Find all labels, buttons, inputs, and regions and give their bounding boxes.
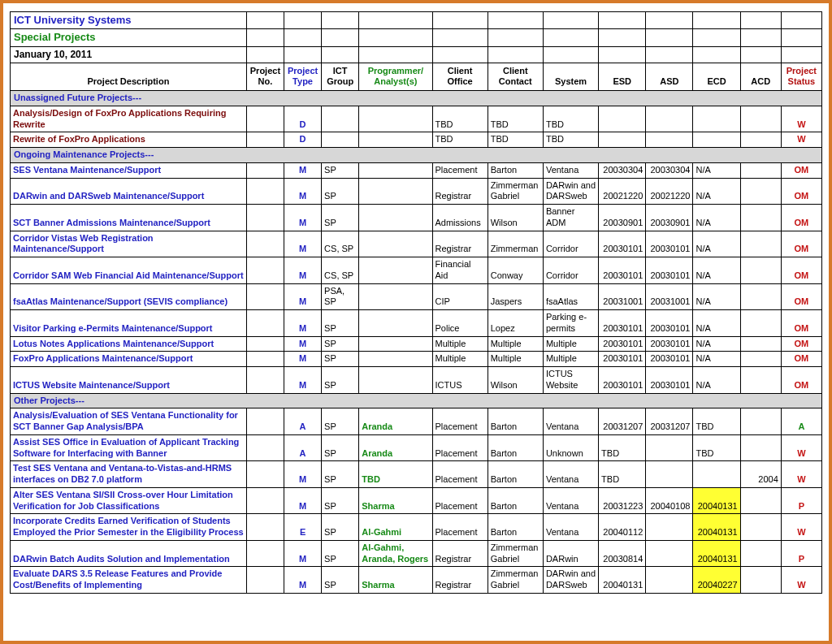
projects-table: ICT University Systems Special Projects … bbox=[10, 11, 822, 594]
cell-esd: 20030304 bbox=[599, 162, 646, 178]
cell-no bbox=[246, 540, 284, 567]
cell-status: OM bbox=[781, 178, 821, 205]
hdr-esd: ESD bbox=[599, 63, 646, 91]
spreadsheet-frame: ICT University Systems Special Projects … bbox=[0, 0, 832, 644]
cell-office: Registrar bbox=[432, 540, 488, 567]
cell-contact: Barton bbox=[488, 434, 543, 461]
table-row: SCT Banner Admissions Maintenance/Suppor… bbox=[11, 205, 822, 231]
cell-prog: Aranda bbox=[359, 408, 432, 435]
cell-group: SP bbox=[322, 352, 359, 367]
cell-status: OM bbox=[781, 336, 821, 352]
cell-ptype: M bbox=[284, 283, 321, 310]
section-row: Other Projects--- bbox=[11, 393, 822, 408]
cell-prog bbox=[359, 132, 432, 148]
cell-ptype: M bbox=[284, 257, 321, 284]
cell-desc: fsaAtlas Maintenance/Support (SEVIS comp… bbox=[11, 283, 247, 310]
hdr-ecd: ECD bbox=[693, 63, 740, 91]
cell-acd bbox=[740, 367, 781, 394]
cell-desc: Alter SES Ventana SI/SII Cross-over Hour… bbox=[11, 487, 247, 514]
hdr-contact: Client Contact bbox=[488, 63, 543, 91]
cell-asd: 20030101 bbox=[646, 257, 693, 284]
cell-prog bbox=[359, 178, 432, 205]
cell-asd: 20030101 bbox=[646, 336, 693, 352]
cell-contact: Multiple bbox=[488, 336, 543, 352]
cell-acd bbox=[740, 487, 781, 514]
cell-contact: TBD bbox=[488, 132, 543, 148]
cell-office: Registrar bbox=[432, 231, 488, 257]
cell-contact: Barton bbox=[488, 162, 543, 178]
cell-ecd: N/A bbox=[693, 162, 740, 178]
table-row: Test SES Ventana and Ventana-to-Vistas-a… bbox=[11, 461, 822, 488]
cell-status: OM bbox=[781, 257, 821, 284]
cell-office: Placement bbox=[432, 461, 488, 488]
cell-system: DARwin bbox=[543, 540, 598, 567]
cell-asd: 20030101 bbox=[646, 231, 693, 257]
cell-group: SP bbox=[322, 310, 359, 337]
cell-office: Placement bbox=[432, 408, 488, 435]
cell-system: Ventana bbox=[543, 514, 598, 541]
cell-esd: 20040112 bbox=[599, 514, 646, 541]
cell-esd: 20040131 bbox=[599, 567, 646, 594]
cell-asd: 20030101 bbox=[646, 310, 693, 337]
cell-ecd: N/A bbox=[693, 310, 740, 337]
cell-prog bbox=[359, 162, 432, 178]
cell-office: ICTUS bbox=[432, 367, 488, 394]
table-row: SES Ventana Maintenance/SupportMSPPlacem… bbox=[11, 162, 822, 178]
cell-contact: Wilson bbox=[488, 205, 543, 231]
table-row: Alter SES Ventana SI/SII Cross-over Hour… bbox=[11, 487, 822, 514]
cell-ecd: N/A bbox=[693, 367, 740, 394]
cell-office: TBD bbox=[432, 106, 488, 132]
cell-ptype: M bbox=[284, 567, 321, 594]
cell-desc: Test SES Ventana and Ventana-to-Vistas-a… bbox=[11, 461, 247, 488]
cell-ecd: N/A bbox=[693, 336, 740, 352]
cell-ecd: N/A bbox=[693, 205, 740, 231]
cell-asd bbox=[646, 514, 693, 541]
cell-contact: Multiple bbox=[488, 352, 543, 367]
cell-asd bbox=[646, 540, 693, 567]
cell-ecd: 20040131 bbox=[693, 487, 740, 514]
cell-prog: Aranda bbox=[359, 434, 432, 461]
cell-no bbox=[246, 257, 284, 284]
cell-acd bbox=[740, 336, 781, 352]
table-row: DARwin and DARSweb Maintenance/SupportMS… bbox=[11, 178, 822, 205]
cell-ptype: M bbox=[284, 367, 321, 394]
cell-ecd: N/A bbox=[693, 283, 740, 310]
cell-esd: 20030101 bbox=[599, 310, 646, 337]
cell-asd: 20030901 bbox=[646, 205, 693, 231]
cell-ptype: M bbox=[284, 461, 321, 488]
cell-status: P bbox=[781, 540, 821, 567]
cell-ptype: M bbox=[284, 336, 321, 352]
cell-group: SP bbox=[322, 540, 359, 567]
cell-office: Registrar bbox=[432, 567, 488, 594]
section-label: Unassigned Future Projects--- bbox=[11, 91, 822, 106]
cell-group: SP bbox=[322, 205, 359, 231]
title-cell: ICT University Systems bbox=[11, 12, 247, 29]
cell-acd bbox=[740, 283, 781, 310]
hdr-system: System bbox=[543, 63, 598, 91]
cell-ptype: M bbox=[284, 310, 321, 337]
cell-esd: 20030101 bbox=[599, 352, 646, 367]
cell-prog bbox=[359, 352, 432, 367]
cell-asd bbox=[646, 567, 693, 594]
cell-no bbox=[246, 461, 284, 488]
cell-acd bbox=[740, 257, 781, 284]
cell-acd bbox=[740, 231, 781, 257]
cell-ptype: A bbox=[284, 408, 321, 435]
cell-acd: 2004 bbox=[740, 461, 781, 488]
cell-system: Ventana bbox=[543, 461, 598, 488]
table-row: fsaAtlas Maintenance/Support (SEVIS comp… bbox=[11, 283, 822, 310]
cell-desc: SCT Banner Admissions Maintenance/Suppor… bbox=[11, 205, 247, 231]
cell-contact: Zimmerman Gabriel bbox=[488, 567, 543, 594]
table-row: Incorporate Credits Earned Verification … bbox=[11, 514, 822, 541]
cell-status: W bbox=[781, 514, 821, 541]
cell-prog bbox=[359, 257, 432, 284]
cell-system: Corridor bbox=[543, 231, 598, 257]
cell-group bbox=[322, 132, 359, 148]
hdr-desc: Project Description bbox=[11, 63, 247, 91]
cell-status: W bbox=[781, 132, 821, 148]
cell-contact: TBD bbox=[488, 106, 543, 132]
cell-contact: Barton bbox=[488, 408, 543, 435]
date-cell: January 10, 2011 bbox=[11, 46, 247, 63]
cell-acd bbox=[740, 178, 781, 205]
table-row: Assist SES Office in Evaluation of Appli… bbox=[11, 434, 822, 461]
